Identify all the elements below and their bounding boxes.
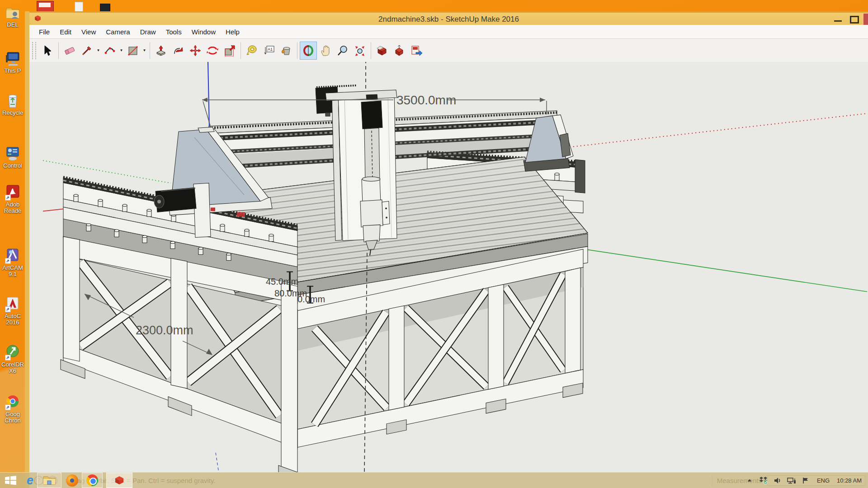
desktop-icon-user-folder[interactable]: DEL (0, 5, 25, 28)
menu-camera[interactable]: Camera (101, 26, 135, 38)
desktop-icon-label: DEL (0, 22, 25, 28)
taskbar-firefox[interactable] (66, 473, 78, 488)
desktop-file-icon-partial[interactable] (37, 1, 54, 12)
desktop-icon-artcam[interactable]: ↗ ArtCAM 9.1 (0, 248, 25, 277)
components-icon (393, 45, 405, 56)
tape-measure-tool-button[interactable] (243, 42, 260, 60)
start-button[interactable] (5, 473, 17, 488)
maximize-button[interactable] (850, 16, 859, 23)
desktop-icon-label: CorelDR (0, 361, 25, 368)
desktop-icon-google-chrome[interactable]: ↗ Goog Chron (0, 394, 25, 424)
dropbox-icon[interactable] (759, 476, 768, 484)
export-icon (410, 45, 422, 56)
system-tray: ENG 10:28 AM (746, 476, 868, 484)
desktop-icon-this-pc[interactable]: This P (0, 51, 25, 74)
autocad-icon: ↗ (5, 296, 20, 312)
dimension-stack-1: 45.0mm (266, 277, 298, 286)
sketchup-window: 2ndmachine3.skb - SketchUp Make 2016 Fil… (25, 11, 868, 488)
toolbar: ▼ ▼ ▼ (29, 39, 868, 62)
paint-bucket-icon (280, 45, 292, 56)
chrome-icon (86, 474, 98, 486)
desktop-icon-label: This P (0, 68, 25, 74)
text-icon: A1 (263, 45, 275, 56)
menu-draw[interactable]: Draw (135, 26, 161, 38)
menu-file[interactable]: File (34, 26, 55, 38)
menu-tools[interactable]: Tools (161, 26, 187, 38)
rectangle-icon (127, 45, 139, 56)
shortcut-arrow-icon: ↗ (5, 404, 11, 410)
taskbar-chrome[interactable] (82, 473, 103, 488)
zoom-extents-tool-button[interactable] (351, 42, 368, 60)
network-icon[interactable] (787, 477, 796, 484)
rotate-tool-button[interactable] (204, 42, 221, 60)
toolbar-drag-handle[interactable] (32, 42, 36, 59)
rectangle-tool-dropdown[interactable]: ▼ (142, 42, 147, 59)
windows-logo-icon (5, 475, 17, 485)
desktop-icon-label: Goog (0, 411, 25, 418)
language-indicator[interactable]: ENG (817, 477, 830, 484)
model-info-button[interactable] (373, 42, 391, 60)
desktop-icon-adobe-reader[interactable]: ↗ Adob Reade (0, 184, 25, 214)
line-tool-dropdown[interactable]: ▼ (95, 42, 101, 59)
viewport[interactable]: 3500.0mm 2300.0mm 45.0mm 80.0mm (29, 62, 868, 473)
paint-bucket-tool-button[interactable] (278, 42, 295, 60)
clock[interactable]: 10:28 AM (837, 477, 862, 484)
export-button[interactable] (408, 42, 425, 60)
shortcut-arrow-icon: ↗ (5, 355, 11, 361)
control-panel-icon (5, 145, 20, 162)
desktop-icon-autocad[interactable]: ↗ AutoC 2016 (0, 296, 25, 326)
titlebar[interactable]: 2ndmachine3.skb - SketchUp Make 2016 (29, 11, 868, 25)
chrome-icon: ↗ (5, 394, 20, 410)
volume-icon[interactable] (774, 477, 781, 484)
desktop-icon-label: AutoC (0, 313, 25, 319)
menu-edit[interactable]: Edit (55, 26, 76, 38)
tape-measure-icon (246, 45, 258, 56)
model-info-icon (376, 45, 388, 56)
desktop-doc-icon-partial[interactable] (75, 2, 83, 12)
close-button[interactable] (863, 14, 868, 25)
taskbar-internet-explorer[interactable]: e (27, 473, 33, 488)
line-icon (81, 45, 93, 56)
tray-expand-icon[interactable] (746, 477, 753, 484)
desktop-icon-label: Control (0, 163, 25, 169)
menu-window[interactable]: Window (187, 26, 221, 38)
taskbar-file-explorer[interactable] (37, 473, 61, 488)
arc-tool-button[interactable] (101, 42, 118, 60)
this-pc-icon (5, 51, 20, 67)
desktop-icon-coreldraw[interactable]: ↗ CorelDR X6 (0, 344, 25, 374)
minimize-button[interactable] (834, 20, 842, 22)
zoom-icon (337, 45, 349, 56)
menu-view[interactable]: View (76, 26, 101, 38)
follow-me-tool-button[interactable] (170, 42, 187, 60)
text-tool-button[interactable]: A1 (260, 42, 278, 60)
rectangle-tool-button[interactable] (124, 42, 142, 60)
file-explorer-icon (42, 475, 56, 486)
components-button[interactable] (391, 42, 408, 60)
recycle-bin-icon (5, 93, 20, 109)
viewport-canvas[interactable]: 3500.0mm 2300.0mm 45.0mm 80.0mm (29, 62, 868, 473)
push-pull-tool-button[interactable] (152, 42, 170, 60)
desktop-icon-control-panel[interactable]: Control (0, 145, 25, 169)
desktop-icon-label: ArtCAM (0, 265, 25, 271)
scale-tool-button[interactable] (221, 42, 238, 60)
select-tool-button[interactable] (39, 42, 56, 60)
line-tool-button[interactable] (78, 42, 95, 60)
desktop-icon-label: X6 (0, 368, 25, 374)
pan-icon (320, 45, 331, 56)
eraser-tool-button[interactable] (61, 42, 78, 60)
desktop-icon-label: Reade (0, 208, 25, 214)
user-folder-icon (5, 5, 20, 21)
internet-explorer-icon: e (27, 474, 33, 486)
menu-help[interactable]: Help (221, 26, 245, 38)
action-center-flag-icon[interactable] (802, 477, 810, 484)
desktop-icon-label: Chron (0, 418, 25, 424)
move-tool-button[interactable] (187, 42, 204, 60)
pan-tool-button[interactable] (317, 42, 334, 60)
zoom-tool-button[interactable] (334, 42, 351, 60)
desktop-icon-recycle-bin[interactable]: Recycle (0, 93, 25, 116)
svg-text:A1: A1 (268, 47, 273, 52)
arc-tool-dropdown[interactable]: ▼ (118, 42, 124, 59)
orbit-tool-button[interactable] (300, 42, 317, 60)
taskbar-sketchup[interactable] (106, 473, 132, 488)
follow-me-icon (172, 45, 184, 56)
